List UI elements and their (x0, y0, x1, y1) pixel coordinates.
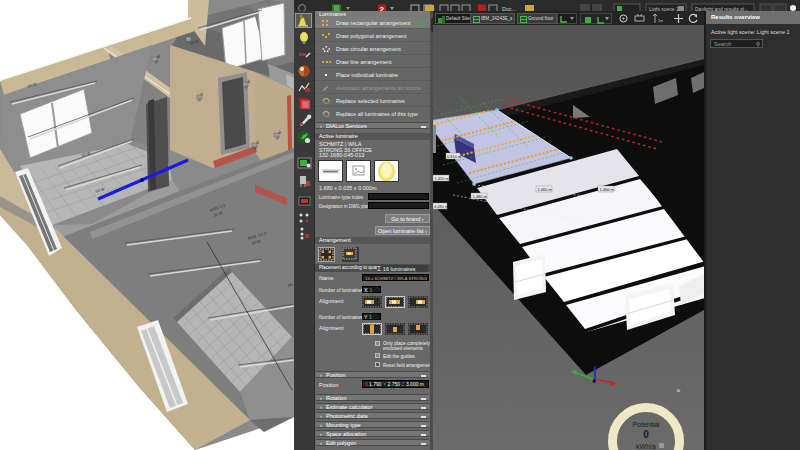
svg-text:1.460 m: 1.460 m (538, 187, 553, 192)
svg-text:0.810 m: 0.810 m (447, 154, 462, 159)
svg-text:0: 0 (643, 429, 649, 440)
svg-text:×: × (676, 386, 681, 395)
svg-text:1.455 m: 1.455 m (435, 176, 450, 181)
svg-text:4.480 m: 4.480 m (434, 204, 449, 209)
svg-text:kWh/a: kWh/a (636, 443, 656, 450)
svg-text:1m: 1m (658, 18, 663, 23)
svg-text:Potential: Potential (632, 421, 660, 428)
svg-text:1.460 m: 1.460 m (600, 187, 615, 192)
svg-text:1.480 m: 1.480 m (473, 194, 488, 199)
